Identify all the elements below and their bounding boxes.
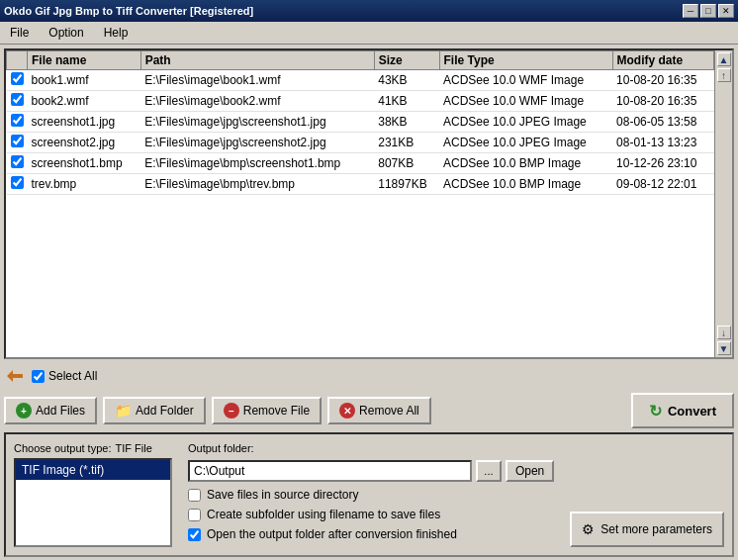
open-after-checkbox[interactable]	[188, 528, 201, 541]
output-type-item-tif[interactable]: TIF Image (*.tif)	[16, 460, 170, 480]
select-all-label[interactable]: Select All	[48, 369, 97, 383]
remove-file-button[interactable]: – Remove File	[212, 397, 322, 424]
title-bar-text: Okdo Gif Jpg Bmp to Tiff Converter [Regi…	[4, 5, 253, 17]
select-all-checkbox-row: Select All	[32, 369, 97, 383]
cell-size-0: 43KB	[374, 70, 439, 91]
cell-type-4: ACDSee 10.0 BMP Image	[439, 153, 612, 174]
close-button[interactable]: ✕	[718, 4, 734, 18]
col-checkbox	[7, 51, 28, 70]
cell-size-1: 41KB	[374, 91, 439, 112]
col-filetype: File Type	[439, 51, 612, 70]
cell-date-1: 10-08-20 16:35	[612, 91, 713, 112]
add-folder-icon: 📁	[115, 403, 132, 419]
cell-date-5: 09-08-12 22:01	[612, 174, 713, 195]
save-source-checkbox[interactable]	[188, 489, 201, 502]
output-type-label-row: Choose output type: TIF File	[14, 442, 172, 454]
cell-filename-5: trev.bmp	[28, 174, 141, 195]
output-folder-section: Output folder: ... Open Save files in so…	[188, 442, 554, 547]
cell-path-2: E:\Files\image\jpg\screenshot1.jpg	[140, 112, 374, 133]
cell-date-0: 10-08-20 16:35	[612, 70, 713, 91]
remove-all-button[interactable]: ✕ Remove All	[327, 397, 431, 424]
cell-path-0: E:\Files\image\book1.wmf	[140, 70, 374, 91]
output-type-section: Choose output type: TIF File TIF Image (…	[14, 442, 172, 547]
file-list-container: File name Path Size File Type Modify dat…	[4, 48, 734, 359]
open-folder-button[interactable]: Open	[506, 460, 554, 482]
row-checkbox-5[interactable]	[11, 176, 24, 189]
main-container: File name Path Size File Type Modify dat…	[0, 45, 738, 560]
col-path: Path	[140, 51, 374, 70]
col-modifydate: Modify date	[612, 51, 713, 70]
convert-icon: ↻	[649, 402, 662, 420]
file-list-scroll[interactable]: File name Path Size File Type Modify dat…	[6, 50, 714, 357]
params-section: ⚙ Set more parameters	[570, 442, 724, 547]
scroll-bottom-button[interactable]: ▼	[717, 341, 731, 355]
cell-path-5: E:\Files\image\bmp\trev.bmp	[140, 174, 374, 195]
col-filename: File name	[28, 51, 141, 70]
checkbox-open-after: Open the output folder after conversion …	[188, 527, 554, 541]
add-files-button[interactable]: + Add Files	[4, 397, 97, 424]
cell-size-2: 38KB	[374, 112, 439, 133]
output-folder-label: Output folder:	[188, 442, 554, 454]
cell-size-5: 11897KB	[374, 174, 439, 195]
create-subfolder-label[interactable]: Create subfolder using filename to save …	[207, 508, 440, 521]
cell-path-1: E:\Files\image\book2.wmf	[140, 91, 374, 112]
create-subfolder-checkbox[interactable]	[188, 509, 201, 521]
cell-type-1: ACDSee 10.0 WMF Image	[439, 91, 612, 112]
output-type-current: TIF File	[115, 442, 151, 454]
row-checkbox-4[interactable]	[11, 155, 24, 168]
output-folder-input[interactable]	[188, 460, 472, 482]
title-bar: Okdo Gif Jpg Bmp to Tiff Converter [Regi…	[0, 0, 738, 22]
table-row: book1.wmf E:\Files\image\book1.wmf 43KB …	[7, 70, 714, 91]
row-checkbox-3[interactable]	[11, 135, 24, 147]
row-checkbox-2[interactable]	[11, 114, 24, 127]
select-all-checkbox[interactable]	[32, 370, 45, 383]
checkbox-create-subfolder: Create subfolder using filename to save …	[188, 508, 554, 521]
add-folder-button[interactable]: 📁 Add Folder	[103, 397, 206, 424]
set-params-button[interactable]: ⚙ Set more parameters	[570, 512, 724, 547]
scroll-up-button[interactable]: ↑	[717, 68, 731, 82]
save-source-label[interactable]: Save files in source directory	[207, 488, 358, 502]
title-bar-buttons: ─ □ ✕	[683, 4, 734, 18]
cell-filename-3: screenshot2.jpg	[28, 133, 141, 153]
remove-all-icon: ✕	[339, 403, 355, 419]
file-table: File name Path Size File Type Modify dat…	[6, 50, 714, 195]
col-size: Size	[374, 51, 439, 70]
bottom-panel: Choose output type: TIF File TIF Image (…	[4, 432, 734, 557]
cell-size-4: 807KB	[374, 153, 439, 174]
maximize-button[interactable]: □	[700, 4, 716, 18]
open-after-label[interactable]: Open the output folder after conversion …	[207, 527, 457, 541]
table-row: screenshot2.jpg E:\Files\image\jpg\scree…	[7, 133, 714, 153]
minimize-button[interactable]: ─	[683, 4, 698, 18]
svg-marker-0	[7, 370, 23, 382]
cell-type-0: ACDSee 10.0 WMF Image	[439, 70, 612, 91]
cell-filename-4: screenshot1.bmp	[28, 153, 141, 174]
cell-type-5: ACDSee 10.0 BMP Image	[439, 174, 612, 195]
cell-size-3: 231KB	[374, 133, 439, 153]
row-checkbox-0[interactable]	[11, 72, 24, 85]
output-folder-row: ... Open	[188, 460, 554, 482]
cell-path-4: E:\Files\image\bmp\screenshot1.bmp	[140, 153, 374, 174]
menu-file[interactable]: File	[4, 24, 35, 42]
menu-option[interactable]: Option	[43, 24, 89, 42]
browse-button[interactable]: ...	[476, 460, 502, 482]
output-type-list[interactable]: TIF Image (*.tif)	[14, 458, 172, 547]
gear-icon: ⚙	[582, 521, 595, 537]
action-left: + Add Files 📁 Add Folder – Remove File ✕…	[4, 397, 431, 424]
cell-filename-1: book2.wmf	[28, 91, 141, 112]
cell-filename-2: screenshot1.jpg	[28, 112, 141, 133]
action-row: + Add Files 📁 Add Folder – Remove File ✕…	[4, 393, 734, 428]
row-checkbox-1[interactable]	[11, 93, 24, 106]
scroll-buttons: ▲ ↑ ↓ ▼	[714, 50, 732, 357]
cell-date-2: 08-06-05 13:58	[612, 112, 713, 133]
scroll-down-button[interactable]: ↓	[717, 326, 731, 339]
output-type-label: Choose output type:	[14, 442, 111, 454]
scroll-top-button[interactable]: ▲	[717, 52, 731, 66]
convert-button[interactable]: ↻ Convert	[631, 393, 734, 428]
cell-path-3: E:\Files\image\jpg\screenshot2.jpg	[140, 133, 374, 153]
select-all-row: Select All	[4, 363, 734, 389]
cell-filename-0: book1.wmf	[28, 70, 141, 91]
back-icon[interactable]	[4, 365, 26, 387]
cell-date-3: 08-01-13 13:23	[612, 133, 713, 153]
menu-help[interactable]: Help	[98, 24, 135, 42]
add-files-icon: +	[16, 403, 32, 419]
